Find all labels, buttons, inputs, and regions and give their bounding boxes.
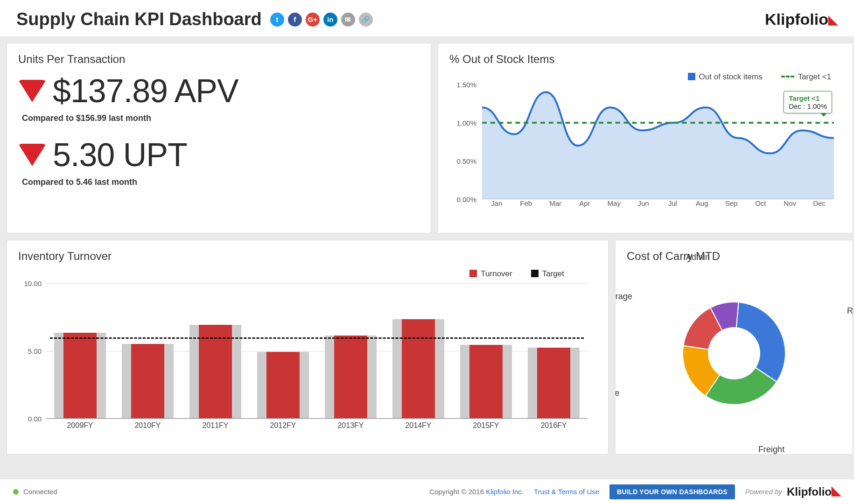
terms-link[interactable]: Trust & Terms of Use [534, 488, 599, 496]
legend-item: Out of stock items [699, 72, 763, 81]
panel-title: % Out of Stock Items [449, 53, 841, 66]
trend-down-icon [18, 144, 46, 166]
facebook-icon[interactable]: f [288, 13, 302, 27]
powered-by: Powered by Klipfolio◣ [745, 484, 841, 499]
y-axis: 1.50%1.00%0.50%0.00% [449, 84, 479, 199]
legend-item: Turnover [481, 269, 512, 278]
googleplus-icon[interactable]: G+ [306, 13, 320, 27]
status-indicator-icon [13, 489, 19, 495]
panel-title: Units Per Transaction [18, 53, 420, 66]
social-share: t f G+ in ✉ 🔗 [270, 13, 373, 27]
upt-compare: Compared to 5.46 last month [22, 177, 420, 187]
company-link[interactable]: Klipfolio Inc. [486, 488, 524, 496]
trend-down-icon [18, 80, 46, 102]
apv-value: $137.89 APV [53, 72, 238, 110]
page-title: Supply Chain KPI Dashboard [16, 9, 262, 29]
y-axis: 10.005.000.00 [19, 283, 43, 419]
chart-tooltip: Target <1 Dec : 1.00% [784, 91, 832, 113]
dashed-line-icon [781, 76, 794, 77]
status-label: Connected [23, 488, 57, 496]
panel-units-per-transaction: Units Per Transaction $137.89 APV Compar… [7, 43, 431, 233]
build-dashboards-button[interactable]: BUILD YOUR OWN DASHBOARDS [609, 484, 735, 499]
linkedin-icon[interactable]: in [323, 13, 337, 27]
chart-legend: Out of stock items Target <1 [449, 72, 831, 82]
inventory-turnover-chart[interactable]: 10.005.000.00 2009FY2010FY2011FY201 [46, 283, 588, 433]
brand-logo: Klipfolio◣ [765, 10, 838, 28]
panel-cost-of-carry: Cost of Carry MTD RiskFreightServiceStor… [615, 240, 853, 455]
dashboard-body: Units Per Transaction $137.89 APV Compar… [0, 36, 854, 479]
upt-value: 5.30 UPT [53, 136, 187, 174]
apv-compare: Compared to $156.99 last month [22, 113, 420, 123]
donut-label: Storage [615, 291, 632, 301]
panel-inventory-turnover: Inventory Turnover Turnover Target 10.00… [7, 240, 609, 455]
link-icon[interactable]: 🔗 [359, 13, 373, 27]
donut-label: Admin [686, 252, 710, 262]
x-axis: 2009FY2010FY2011FY2012FY2013FY2014FY2015… [46, 419, 588, 433]
donut-label: Service [615, 388, 620, 398]
donut-label: Risk [847, 306, 853, 316]
x-axis: JanFebMarAprMayJunJulAugSepOctNovDec [482, 199, 834, 210]
panel-title: Cost of Carry MTD [627, 250, 841, 263]
footer: Connected Copyright © 2016 Klipfolio Inc… [0, 479, 854, 504]
legend-item: Target <1 [798, 72, 831, 81]
panel-out-of-stock: % Out of Stock Items Out of stock items … [438, 43, 853, 233]
cost-of-carry-chart[interactable]: RiskFreightServiceStorageAdmin [627, 269, 841, 437]
email-icon[interactable]: ✉ [341, 13, 355, 27]
chart-legend: Turnover Target [18, 269, 564, 279]
legend-item: Target [542, 269, 564, 278]
header: Supply Chain KPI Dashboard t f G+ in ✉ 🔗… [0, 0, 854, 36]
copyright: Copyright © 2016 Klipfolio Inc. [429, 488, 524, 496]
panel-title: Inventory Turnover [18, 250, 597, 263]
donut-label: Freight [758, 445, 784, 455]
twitter-icon[interactable]: t [270, 13, 284, 27]
out-of-stock-chart[interactable]: 1.50%1.00%0.50%0.00% JanFebMarAprMayJunJ… [482, 84, 834, 210]
